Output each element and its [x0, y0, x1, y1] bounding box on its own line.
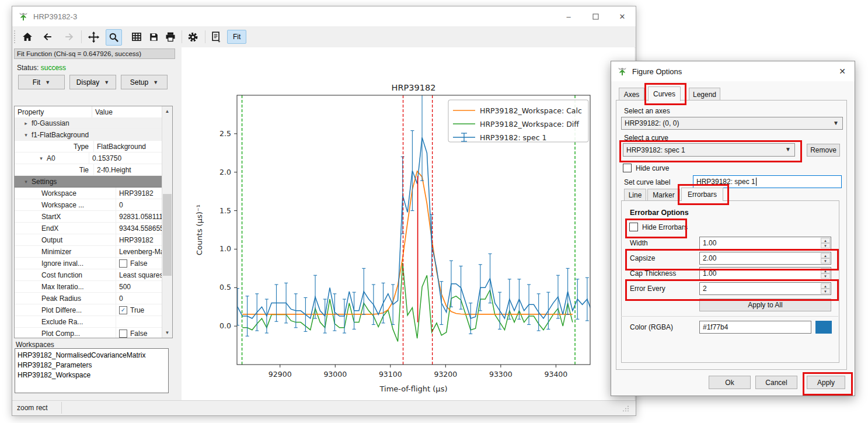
y-tick-label: 2.0	[219, 168, 231, 176]
save-button[interactable]	[146, 29, 161, 44]
property-row[interactable]: Max Iteratio...500	[15, 281, 162, 293]
workspace-list-item[interactable]: HRP39182_NormalisedCovarianceMatrix	[18, 351, 168, 360]
error-every-spinbox[interactable]: 2 ▲ ▼	[699, 282, 831, 295]
property-row[interactable]: Plot Differe...✓True	[15, 304, 162, 316]
hide-errorbars-checkbox[interactable]	[629, 223, 638, 231]
plot-canvas[interactable]: 9290093000931009320093300934000.00.51.01…	[184, 54, 634, 404]
property-table-scrollbar[interactable]: ▲ ▼	[162, 106, 172, 338]
remove-curve-button[interactable]: Remove	[807, 144, 840, 157]
workspace-list-item[interactable]: HRP39182_Workspace	[18, 370, 168, 380]
x-tick-label: 93400	[545, 370, 568, 379]
expand-icon[interactable]: ▸	[23, 120, 29, 126]
property-row[interactable]: Plot Comp...False	[15, 328, 162, 338]
color-input[interactable]: #1f77b4	[699, 321, 811, 334]
ok-button[interactable]: Ok	[709, 376, 751, 389]
apply-to-all-button[interactable]: Apply to All	[699, 299, 831, 311]
spin-down-icon[interactable]: ▼	[821, 243, 830, 248]
property-row[interactable]: Peak Radius0	[15, 293, 162, 304]
workspace-list-item[interactable]: HRP39182_Parameters	[18, 360, 168, 370]
title-bar[interactable]: HRP39182-3 – ✕	[12, 6, 636, 26]
grid-button[interactable]	[129, 29, 144, 44]
maximize-button[interactable]	[582, 6, 609, 26]
spin-up-icon[interactable]: ▲	[821, 268, 830, 273]
generate-script-button[interactable]	[208, 29, 224, 44]
x-tick-label: 93100	[379, 370, 402, 379]
dialog-title-bar[interactable]: Figure Options ✕	[611, 61, 855, 81]
spin-up-icon[interactable]: ▲	[821, 283, 830, 289]
value-checkbox[interactable]	[119, 330, 127, 338]
settings-button[interactable]	[185, 29, 200, 44]
tab-line[interactable]: Line	[624, 189, 646, 201]
property-row[interactable]: Tie2-f0.Height	[15, 164, 162, 176]
width-spinbox[interactable]: 1.00 ▲ ▼	[699, 237, 831, 249]
ok-label: Ok	[725, 379, 734, 387]
display-menu-button[interactable]: Display▼	[69, 75, 116, 89]
value-checkbox[interactable]: ✓	[119, 306, 127, 314]
chevron-down-icon: ▼	[785, 146, 791, 152]
property-row[interactable]: WorkspaceHRP39182	[15, 188, 162, 199]
home-button[interactable]	[20, 29, 35, 44]
property-row[interactable]: Cost functionLeast squares	[15, 269, 162, 281]
property-row[interactable]: StartX92831.058111	[15, 211, 162, 223]
property-row[interactable]: ▾f1-FlatBackground	[15, 129, 162, 141]
curve-label-input[interactable]: HRP39182: spec 1	[693, 175, 842, 188]
scrollbar-thumb[interactable]	[163, 194, 172, 276]
fit-function-header[interactable]: Fit Function (Chi-sq = 0.647926, success…	[14, 48, 175, 59]
color-swatch[interactable]	[815, 321, 832, 334]
property-label: Type	[74, 143, 89, 151]
print-button[interactable]	[163, 29, 178, 44]
property-row[interactable]: EndX93434.558655	[15, 223, 162, 234]
spin-up-icon[interactable]: ▲	[821, 253, 830, 258]
property-row[interactable]: TypeFlatBackground	[15, 141, 162, 152]
tab-curves[interactable]: Curves	[648, 86, 681, 101]
tab-marker[interactable]: Marker	[647, 189, 680, 201]
apply-button[interactable]: Apply	[807, 376, 845, 389]
dialog-title: Figure Options	[632, 67, 682, 76]
property-table: Property Value ▸f0-Gaussian▾f1-FlatBackg…	[14, 106, 173, 338]
capsize-spinbox[interactable]: 2.00 ▲ ▼	[699, 252, 831, 265]
fit-toolbar-button[interactable]: Fit	[227, 30, 246, 44]
grid-icon	[131, 31, 142, 43]
property-row[interactable]: Workspace ...0	[15, 199, 162, 211]
spin-down-icon[interactable]: ▼	[821, 289, 830, 294]
collapse-icon[interactable]: ▾	[38, 155, 44, 161]
tab-axes[interactable]: Axes	[619, 88, 644, 100]
dialog-close-button[interactable]: ✕	[830, 61, 855, 81]
spin-down-icon[interactable]: ▼	[821, 273, 830, 279]
setup-menu-button[interactable]: Setup▼	[121, 75, 168, 89]
toolbar-separator	[205, 30, 205, 43]
curve-select[interactable]: HRP39182: spec 1 ▼	[623, 143, 795, 157]
collapse-icon[interactable]: ▾	[23, 179, 29, 185]
forward-button[interactable]	[61, 29, 76, 44]
spin-down-icon[interactable]: ▼	[821, 258, 830, 263]
property-row[interactable]: ▾Settings	[15, 176, 162, 188]
toolbar-drag-handle[interactable]	[14, 30, 17, 43]
tab-legend[interactable]: Legend	[689, 88, 720, 100]
zoom-button[interactable]	[106, 29, 122, 46]
property-row[interactable]: ▸f0-Gaussian	[15, 117, 162, 129]
property-row[interactable]: ▾A00.153750	[15, 152, 162, 164]
workspaces-list[interactable]: HRP39182_NormalisedCovarianceMatrixHRP39…	[15, 348, 169, 393]
scroll-up-icon[interactable]: ▲	[162, 106, 172, 116]
cap-thickness-spinbox[interactable]: 1.00 ▲ ▼	[699, 267, 831, 280]
axes-select[interactable]: HRP39182: (0, 0) ▼	[621, 117, 843, 130]
property-row[interactable]: Ignore inval...False	[15, 258, 162, 269]
scroll-down-icon[interactable]: ▼	[162, 328, 172, 338]
property-row[interactable]: MinimizerLevenberg-Marqua...	[15, 246, 162, 258]
close-button[interactable]: ✕	[609, 6, 636, 26]
resize-grip-icon[interactable]	[623, 405, 629, 411]
fit-status: Status: success	[17, 64, 66, 72]
back-button[interactable]	[40, 29, 55, 44]
value-checkbox[interactable]	[119, 259, 127, 268]
pan-button[interactable]	[86, 29, 101, 44]
select-axes-label: Select an axes	[624, 107, 670, 115]
spin-up-icon[interactable]: ▲	[821, 238, 830, 243]
fit-menu-button[interactable]: Fit▼	[18, 75, 65, 89]
tab-errorbars[interactable]: Errorbars	[681, 188, 723, 201]
cancel-button[interactable]: Cancel	[755, 376, 797, 389]
property-row[interactable]: Exclude Ra...	[15, 316, 162, 328]
collapse-icon[interactable]: ▾	[23, 132, 29, 138]
property-row[interactable]: OutputHRP39182	[15, 234, 162, 246]
minimize-button[interactable]: –	[555, 6, 582, 26]
hide-curve-checkbox[interactable]	[623, 164, 632, 172]
